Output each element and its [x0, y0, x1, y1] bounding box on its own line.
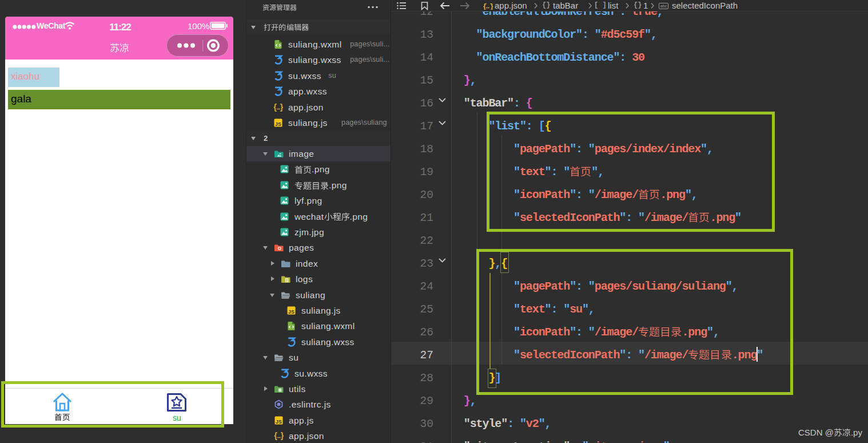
svg-text:JS: JS	[276, 418, 282, 424]
svg-text:JS: JS	[288, 309, 294, 315]
svg-text:}: }	[281, 432, 284, 441]
svg-text:}: }	[489, 2, 493, 10]
svg-text:{: {	[483, 2, 487, 10]
svg-text:{: {	[274, 432, 277, 441]
svg-text:JS: JS	[275, 121, 281, 127]
svg-text:}: }	[280, 102, 283, 112]
svg-text:{: {	[273, 102, 277, 112]
